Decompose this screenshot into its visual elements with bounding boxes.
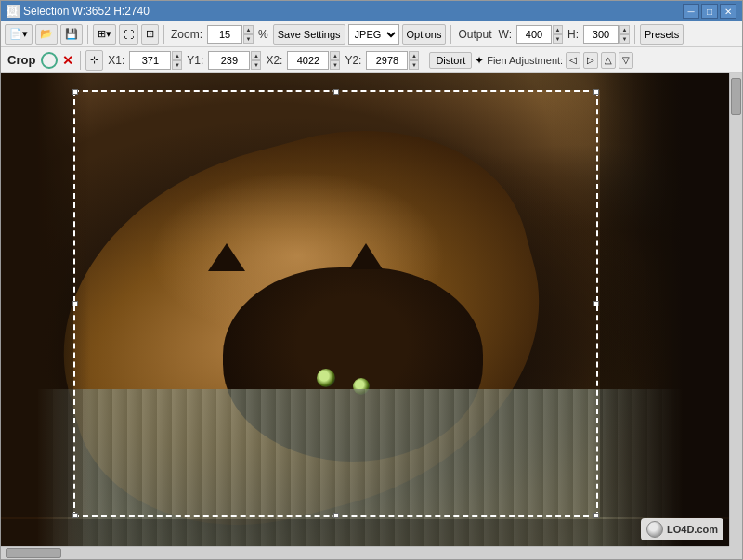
x2-input[interactable] bbox=[287, 51, 329, 70]
separator4 bbox=[634, 25, 635, 44]
height-down-button[interactable]: ▼ bbox=[619, 34, 630, 44]
output-label: Output bbox=[456, 28, 493, 41]
fit-button[interactable]: ⛶ bbox=[119, 24, 138, 45]
close-button[interactable]: ✕ bbox=[720, 4, 736, 19]
crop-handle-top-left[interactable] bbox=[72, 89, 78, 95]
save-settings-button[interactable]: Save Settings bbox=[273, 24, 345, 45]
crop-handle-top-right[interactable] bbox=[593, 89, 599, 95]
distort-icon: ✦ bbox=[475, 54, 484, 67]
x1-up-button[interactable]: ▲ bbox=[172, 51, 182, 60]
y2-down-button[interactable]: ▼ bbox=[409, 60, 419, 70]
zoom-down-button[interactable]: ▼ bbox=[243, 34, 254, 44]
watermark-logo bbox=[646, 521, 663, 538]
zoom-input-group: ▲ ▼ bbox=[207, 25, 254, 44]
actual-size-button[interactable]: ⊡ bbox=[141, 24, 159, 45]
arrow-right-button[interactable]: ▷ bbox=[583, 52, 598, 69]
open-button[interactable]: 📂 bbox=[35, 24, 58, 45]
width-spinner: ▲ ▼ bbox=[553, 25, 563, 44]
save-button[interactable]: 💾 bbox=[60, 24, 83, 45]
y1-up-button[interactable]: ▲ bbox=[251, 51, 261, 60]
y2-label: Y2: bbox=[343, 54, 363, 67]
zoom-up-button[interactable]: ▲ bbox=[243, 25, 254, 34]
zoom-unit: % bbox=[256, 28, 270, 41]
crop-clear-button[interactable]: ✕ bbox=[60, 53, 75, 68]
x1-input-group: ▲ ▼ bbox=[129, 51, 182, 70]
y2-spinner: ▲ ▼ bbox=[409, 51, 419, 70]
width-input-group: ▲ ▼ bbox=[516, 25, 563, 44]
output-height-input[interactable] bbox=[583, 25, 619, 44]
vertical-scrollbar[interactable] bbox=[729, 73, 742, 546]
y1-input-group: ▲ ▼ bbox=[208, 51, 261, 70]
height-input-group: ▲ ▼ bbox=[583, 25, 630, 44]
height-up-button[interactable]: ▲ bbox=[619, 25, 630, 34]
scrollbar-corner bbox=[729, 546, 742, 559]
canvas-area[interactable]: LO4D.com bbox=[1, 73, 742, 559]
y2-input[interactable] bbox=[366, 51, 408, 70]
separator2 bbox=[163, 25, 164, 44]
crop-handle-bottom-left[interactable] bbox=[72, 513, 78, 518]
window-title: Selection W:3652 H:2740 bbox=[23, 5, 683, 18]
x1-input[interactable] bbox=[129, 51, 171, 70]
x2-label: X2: bbox=[264, 54, 284, 67]
zoom-spinner: ▲ ▼ bbox=[243, 25, 254, 44]
maximize-button[interactable]: □ bbox=[701, 4, 718, 19]
crop-label: Crop bbox=[5, 53, 38, 67]
x2-input-group: ▲ ▼ bbox=[287, 51, 340, 70]
horizontal-scrollbar[interactable] bbox=[1, 546, 729, 559]
crop-handle-top-mid[interactable] bbox=[333, 89, 339, 95]
y1-input[interactable] bbox=[208, 51, 250, 70]
separator5 bbox=[80, 51, 81, 70]
crop-overlay-left bbox=[1, 90, 73, 517]
vertical-scrollbar-thumb[interactable] bbox=[731, 78, 741, 115]
move-icon-button[interactable]: ⊹ bbox=[85, 50, 103, 71]
x1-spinner: ▲ ▼ bbox=[172, 51, 182, 70]
x2-up-button[interactable]: ▲ bbox=[330, 51, 340, 60]
crop-handle-mid-right[interactable] bbox=[593, 301, 599, 306]
crop-handle-mid-left[interactable] bbox=[72, 301, 78, 306]
options-button[interactable]: Options bbox=[402, 24, 447, 45]
separator1 bbox=[87, 25, 88, 44]
watermark: LO4D.com bbox=[641, 518, 723, 540]
crop-handle-bottom-mid[interactable] bbox=[333, 513, 339, 518]
crop-selection-box[interactable] bbox=[73, 90, 598, 517]
arrow-up-button[interactable]: △ bbox=[601, 52, 616, 69]
x1-label: X1: bbox=[106, 54, 126, 67]
format-select[interactable]: JPEG PNG GIF bbox=[348, 24, 399, 45]
x2-spinner: ▲ ▼ bbox=[330, 51, 340, 70]
watermark-text: LO4D.com bbox=[667, 524, 718, 535]
toolbar-row2: Crop ✕ ⊹ X1: ▲ ▼ Y1: ▲ ▼ X2: ▲ ▼ bbox=[1, 47, 742, 73]
distort-button[interactable]: Distort bbox=[429, 52, 472, 69]
new-button[interactable]: 📄▾ bbox=[5, 24, 33, 45]
horizontal-scrollbar-thumb[interactable] bbox=[6, 548, 61, 558]
output-width-input[interactable] bbox=[516, 25, 552, 44]
app-icon: 🖼 bbox=[7, 5, 20, 18]
separator3 bbox=[450, 25, 451, 44]
main-window: 🖼 Selection W:3652 H:2740 ─ □ ✕ 📄▾ 📂 💾 ⊞… bbox=[0, 0, 743, 560]
presets-button[interactable]: Presets bbox=[640, 24, 684, 45]
crop-handle-bottom-right[interactable] bbox=[593, 513, 599, 518]
zoom-label: Zoom: bbox=[169, 28, 204, 41]
window-controls: ─ □ ✕ bbox=[683, 4, 736, 19]
width-label: W: bbox=[497, 28, 514, 41]
y2-up-button[interactable]: ▲ bbox=[409, 51, 419, 60]
minimize-button[interactable]: ─ bbox=[683, 4, 699, 19]
zoom-input[interactable] bbox=[207, 25, 242, 44]
crop-circle-button[interactable] bbox=[41, 52, 58, 69]
view-button[interactable]: ⊞▾ bbox=[93, 24, 116, 45]
y1-down-button[interactable]: ▼ bbox=[251, 60, 261, 70]
toolbar-row1: 📄▾ 📂 💾 ⊞▾ ⛶ ⊡ Zoom: ▲ ▼ % Save Settings … bbox=[1, 21, 742, 47]
x2-down-button[interactable]: ▼ bbox=[330, 60, 340, 70]
width-up-button[interactable]: ▲ bbox=[553, 25, 563, 34]
width-down-button[interactable]: ▼ bbox=[553, 34, 563, 44]
y1-label: Y1: bbox=[185, 54, 205, 67]
crop-overlay-right bbox=[600, 90, 742, 517]
x1-down-button[interactable]: ▼ bbox=[172, 60, 182, 70]
height-label: H: bbox=[566, 28, 580, 41]
height-spinner: ▲ ▼ bbox=[619, 25, 630, 44]
arrow-down-button[interactable]: ▽ bbox=[619, 52, 633, 69]
y2-input-group: ▲ ▼ bbox=[366, 51, 419, 70]
arrow-left-button[interactable]: ◁ bbox=[566, 52, 580, 69]
separator6 bbox=[424, 51, 424, 70]
fine-adjustment-label: Fien Adjustment: bbox=[487, 55, 563, 66]
y1-spinner: ▲ ▼ bbox=[251, 51, 261, 70]
